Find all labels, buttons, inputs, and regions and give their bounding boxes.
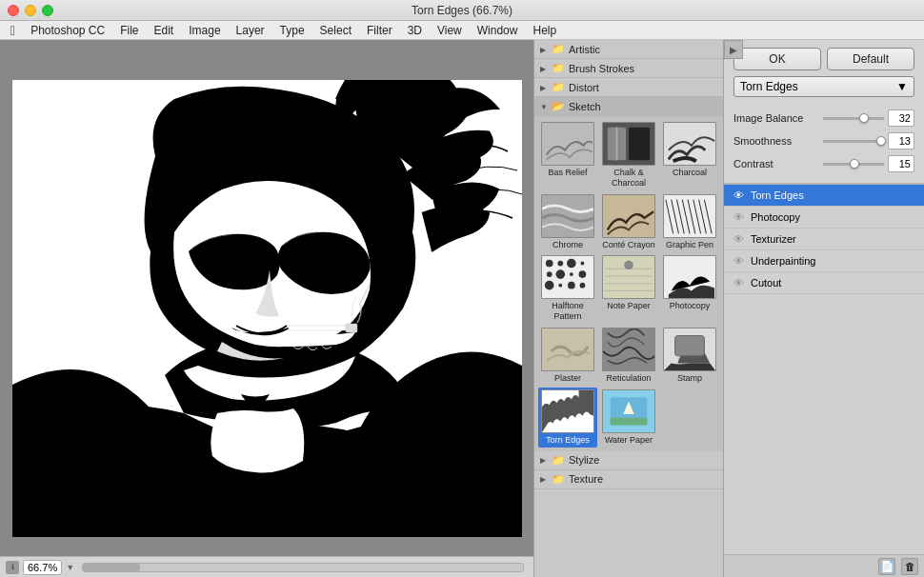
texturizer-layer-label: Texturizer xyxy=(751,233,916,245)
menu-item-layer[interactable]: Layer xyxy=(230,23,271,38)
slider-thumb[interactable] xyxy=(876,136,886,146)
filter-thumb-photocopy[interactable]: Photocopy xyxy=(660,253,719,324)
menu-item-edit[interactable]: Edit xyxy=(148,23,181,38)
filter-category-texture[interactable]: ▶ 📁 Texture xyxy=(534,470,723,489)
ok-button[interactable]: OK xyxy=(733,48,821,70)
menu-item-select[interactable]: Select xyxy=(313,23,358,38)
zoom-arrow-down[interactable]: ▼ xyxy=(66,563,74,572)
add-layer-button[interactable]: 📄 xyxy=(878,558,895,575)
layer-eye-photocopy[interactable]: 👁 xyxy=(732,210,745,224)
layer-item-photocopy[interactable]: 👁 Photocopy xyxy=(724,207,924,229)
filter-thumb-graphic-pen[interactable]: Graphic Pen xyxy=(660,192,719,252)
maximize-button[interactable] xyxy=(42,5,53,16)
settings-panel: ▶ OK Default Torn Edges ▼ Image Balance xyxy=(724,40,924,577)
filter-thumb-plaster[interactable]: Plaster xyxy=(538,326,597,386)
filter-thumb-reticulation[interactable]: Reticulation xyxy=(599,326,658,386)
reticulation-preview xyxy=(602,328,655,371)
collapse-panel-button[interactable]: ▶ xyxy=(724,40,743,59)
filter-dropdown[interactable]: Torn Edges ▼ xyxy=(733,76,914,97)
filter-thumb-stamp[interactable]: Stamp xyxy=(660,326,719,386)
triangle-right-icon: ▶ xyxy=(540,456,548,464)
slider-thumb[interactable] xyxy=(859,113,869,123)
default-button[interactable]: Default xyxy=(827,48,914,70)
reticulation-label: Reticulation xyxy=(606,373,651,384)
svg-point-29 xyxy=(570,273,573,277)
slider-thumb[interactable] xyxy=(850,159,859,169)
filter-thumb-chrome[interactable]: Chrome xyxy=(538,192,597,252)
stamp-preview xyxy=(663,328,716,371)
note-paper-label: Note Paper xyxy=(607,301,651,311)
layer-eye-cutout[interactable]: 👁 xyxy=(732,276,745,289)
menu-item-view[interactable]: View xyxy=(431,23,469,38)
svg-point-34 xyxy=(580,283,586,288)
conte-crayon-label: Conté Crayon xyxy=(602,240,655,250)
filter-thumb-chalk-charcoal[interactable]: Chalk & Charcoal xyxy=(599,120,658,190)
filter-thumb-water-paper[interactable]: Water Paper xyxy=(599,388,658,448)
filter-category-artistic[interactable]: ▶ 📁 Artistic xyxy=(534,40,723,59)
smoothness-value[interactable]: 13 xyxy=(888,132,914,149)
menu-item-filter[interactable]: Filter xyxy=(360,23,399,38)
filter-category-stylize[interactable]: ▶ 📁 Stylize xyxy=(534,451,723,470)
zoom-value: 66.7% xyxy=(28,562,57,573)
image-balance-slider[interactable] xyxy=(823,117,884,120)
scrollbar-thumb[interactable] xyxy=(83,564,140,571)
filter-thumb-note-paper[interactable]: Note Paper xyxy=(599,253,658,324)
layer-item-cutout[interactable]: 👁 Cutout xyxy=(724,272,924,294)
menu-item-file[interactable]: File xyxy=(113,23,145,38)
filter-panel: ▶ 📁 Artistic ▶ 📁 Brush Strokes ▶ 📁 Disto… xyxy=(533,40,724,577)
menu-item-help[interactable]: Help xyxy=(526,23,563,38)
halftone-preview xyxy=(541,255,594,299)
svg-point-30 xyxy=(579,271,587,279)
filter-category-distort[interactable]: ▶ 📁 Distort xyxy=(534,78,723,97)
horizontal-scrollbar[interactable] xyxy=(82,563,524,572)
menu-item-apple[interactable]:  xyxy=(4,22,22,39)
action-buttons: OK Default xyxy=(733,48,914,70)
menu-item-photoshop[interactable]: Photoshop CC xyxy=(24,23,111,38)
layer-eye-underpainting[interactable]: 👁 xyxy=(732,254,745,268)
filter-thumb-bas-relief[interactable]: Bas Relief xyxy=(538,120,597,190)
eye-icon: 👁 xyxy=(733,189,744,201)
layer-item-texturizer[interactable]: 👁 Texturizer xyxy=(724,229,924,250)
svg-point-24 xyxy=(557,261,563,267)
triangle-down-icon: ▼ xyxy=(540,103,548,110)
photocopy-layer-label: Photocopy xyxy=(751,211,916,223)
svg-point-31 xyxy=(545,281,554,290)
image-balance-value[interactable]: 32 xyxy=(888,109,914,127)
layer-item-torn-edges[interactable]: 👁 Torn Edges xyxy=(724,185,924,207)
menu-item-3d[interactable]: 3D xyxy=(401,23,429,38)
chrome-preview xyxy=(541,194,594,238)
filter-category-brush-strokes[interactable]: ▶ 📁 Brush Strokes xyxy=(534,59,723,78)
stylize-label: Stylize xyxy=(569,454,599,466)
menu-item-window[interactable]: Window xyxy=(471,23,525,38)
close-button[interactable] xyxy=(8,5,19,16)
layer-eye-torn-edges[interactable]: 👁 xyxy=(732,189,745,202)
svg-rect-8 xyxy=(629,128,650,161)
torn-edges-label: Torn Edges xyxy=(546,435,590,446)
layer-eye-texturizer[interactable]: 👁 xyxy=(732,232,745,246)
filter-thumb-torn-edges[interactable]: Torn Edges xyxy=(538,388,597,448)
layer-item-underpainting[interactable]: 👁 Underpainting xyxy=(724,250,924,272)
filter-thumb-halftone[interactable]: Halftone Pattern xyxy=(538,253,597,324)
contrast-value[interactable]: 15 xyxy=(888,155,914,172)
minimize-button[interactable] xyxy=(25,5,36,16)
layers-list: 👁 Torn Edges 👁 Photocopy 👁 xyxy=(724,185,924,554)
layers-section: 👁 Torn Edges 👁 Photocopy 👁 xyxy=(724,184,924,577)
brush-strokes-label: Brush Strokes xyxy=(569,63,634,74)
info-icon[interactable]: ℹ xyxy=(6,561,19,574)
filter-thumb-charcoal[interactable]: Charcoal xyxy=(660,120,719,190)
filter-thumb-conte-crayon[interactable]: Conté Crayon xyxy=(599,192,658,252)
param-row-image-balance: Image Balance 32 xyxy=(733,107,914,129)
smoothness-slider[interactable] xyxy=(823,140,884,143)
smoothness-label: Smoothness xyxy=(733,135,819,147)
folder-icon: 📁 xyxy=(552,62,565,74)
menu-item-image[interactable]: Image xyxy=(182,23,227,38)
torn-edges-preview xyxy=(541,389,594,433)
param-row-smoothness: Smoothness 13 xyxy=(733,129,914,152)
underpainting-layer-label: Underpainting xyxy=(751,255,916,267)
filter-category-sketch[interactable]: ▼ 📂 Sketch xyxy=(534,97,723,116)
contrast-label: Contrast xyxy=(733,158,819,169)
menu-item-type[interactable]: Type xyxy=(273,23,311,38)
delete-layer-button[interactable]: 🗑 xyxy=(901,558,918,575)
contrast-slider[interactable] xyxy=(823,163,884,166)
folder-icon: 📁 xyxy=(552,81,565,93)
